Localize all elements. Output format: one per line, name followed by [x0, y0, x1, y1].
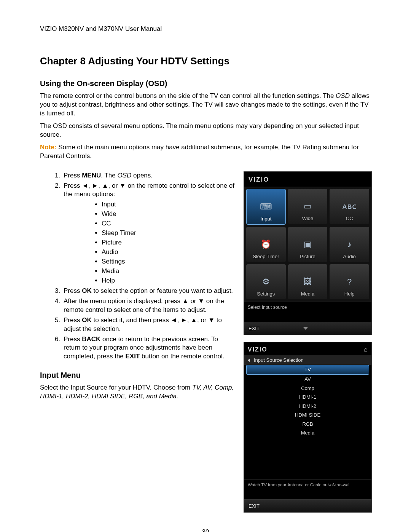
step-5: Press OK to select it, and then press ◄,…	[62, 316, 236, 334]
osd-cell-media[interactable]: 🖼Media	[288, 264, 328, 299]
menu-options-list: Input Wide CC Sleep Timer Picture Audio …	[64, 200, 236, 285]
input-menu-screenshot: VIZIO ⌂ Input Source Selection TVAVCompH…	[244, 342, 372, 513]
doc-header: VIZIO M320NV and M370NV User Manual	[40, 25, 371, 34]
osd-cell-audio[interactable]: ♪Audio	[330, 227, 369, 262]
osd-status-text: Select Input source	[244, 302, 371, 322]
input-menu-title-bar: Input Source Selection	[244, 355, 371, 365]
osd-cell-label: Settings	[257, 291, 275, 297]
osd-cell-wide[interactable]: ▭Wide	[288, 189, 328, 224]
input-source-item[interactable]: Media	[244, 428, 371, 438]
osd-screenshot: VIZIO ⌨Input▭WideᴀʙᴄCC⏰Sleep Timer▣Pictu…	[244, 171, 372, 335]
input-source-item[interactable]: TV	[246, 365, 369, 375]
input-source-item[interactable]: AV	[244, 375, 371, 384]
menu-option: Settings	[102, 257, 236, 266]
osd-cell-label: Help	[344, 291, 355, 297]
chevron-down-icon[interactable]	[303, 327, 308, 330]
osd-cell-label: Sleep Timer	[253, 254, 279, 259]
osd-cell-help[interactable]: ?Help	[330, 264, 369, 299]
input-source-item[interactable]: HDMI SIDE	[244, 411, 371, 420]
clock-icon: ⏰	[259, 237, 273, 252]
osd-cell-cc[interactable]: ᴀʙᴄCC	[330, 189, 369, 224]
step-3: Press OK to select the option or feature…	[62, 287, 236, 296]
menu-option: CC	[102, 219, 236, 228]
osd-cell-label: Input	[260, 216, 271, 222]
picture-icon: ▣	[300, 237, 315, 252]
input-menu-brand: VIZIO	[248, 345, 268, 354]
wide-icon: ▭	[300, 199, 315, 214]
audio-icon: ♪	[342, 237, 357, 252]
osd-cell-picture[interactable]: ▣Picture	[288, 227, 328, 262]
menu-option: Input	[102, 200, 236, 209]
osd-cell-label: CC	[346, 216, 353, 221]
osd-cell-sleep-timer[interactable]: ⏰Sleep Timer	[246, 227, 286, 262]
menu-option: Sleep Timer	[102, 229, 236, 238]
input-menu-exit-button[interactable]: EXIT	[249, 503, 260, 509]
osd-cell-label: Picture	[300, 254, 315, 259]
osd-note: Note: Some of the main menu options may …	[40, 143, 371, 161]
input-source-item[interactable]: HDMI-1	[244, 393, 371, 402]
note-label: Note:	[40, 144, 56, 151]
step-6: Press BACK once to return to the previou…	[62, 335, 236, 361]
osd-cell-label: Media	[301, 291, 314, 297]
section-heading-osd: Using the On-screen Display (OSD)	[40, 78, 371, 89]
osd-cell-label: Wide	[302, 216, 314, 221]
step-4: After the menu option is displayed, pres…	[62, 297, 236, 315]
osd-cell-label: Audio	[343, 254, 356, 259]
input-menu-paragraph: Select the Input Source for your HDTV. C…	[40, 383, 236, 401]
menu-option: Wide	[102, 210, 236, 219]
menu-option: Help	[102, 276, 236, 285]
menu-option: Audio	[102, 248, 236, 257]
input-icon: ⌨	[259, 200, 273, 214]
osd-steps: Press MENU. The OSD opens. Press ◄, ►, ▲…	[40, 171, 236, 361]
page-footer: 30 www.VIZIO.com	[40, 528, 371, 532]
osd-brand: VIZIO	[244, 172, 371, 187]
osd-paragraph-2: The OSD consists of several menu options…	[40, 122, 371, 139]
step-1: Press MENU. The OSD opens.	[62, 171, 236, 180]
back-arrow-icon[interactable]	[248, 358, 250, 362]
page-number: 30	[40, 528, 371, 532]
section-heading-input-menu: Input Menu	[40, 370, 236, 380]
menu-option: Media	[102, 267, 236, 276]
osd-cell-settings[interactable]: ⚙Settings	[246, 264, 286, 299]
osd-exit-button[interactable]: EXIT	[249, 325, 260, 332]
media-icon: 🖼	[300, 275, 315, 289]
chapter-title: Chapter 8 Adjusting Your HDTV Settings	[40, 54, 371, 68]
input-source-item[interactable]: Comp	[244, 384, 371, 393]
help-icon: ?	[342, 275, 357, 289]
step-2: Press ◄, ►, ▲, or ▼ on the remote contro…	[62, 182, 236, 285]
input-source-item[interactable]: RGB	[244, 420, 371, 429]
input-menu-description: Watch TV from your Antenna or Cable out-…	[244, 479, 371, 499]
input-menu-title: Input Source Selection	[254, 357, 304, 364]
settings-icon: ⚙	[259, 275, 273, 289]
cc-icon: ᴀʙᴄ	[342, 199, 357, 214]
home-icon[interactable]: ⌂	[364, 345, 368, 354]
input-source-item[interactable]: HDMI-2	[244, 402, 371, 411]
osd-paragraph-1: The remote control or the control button…	[40, 92, 371, 118]
menu-option: Picture	[102, 238, 236, 247]
osd-cell-input[interactable]: ⌨Input	[246, 189, 286, 225]
